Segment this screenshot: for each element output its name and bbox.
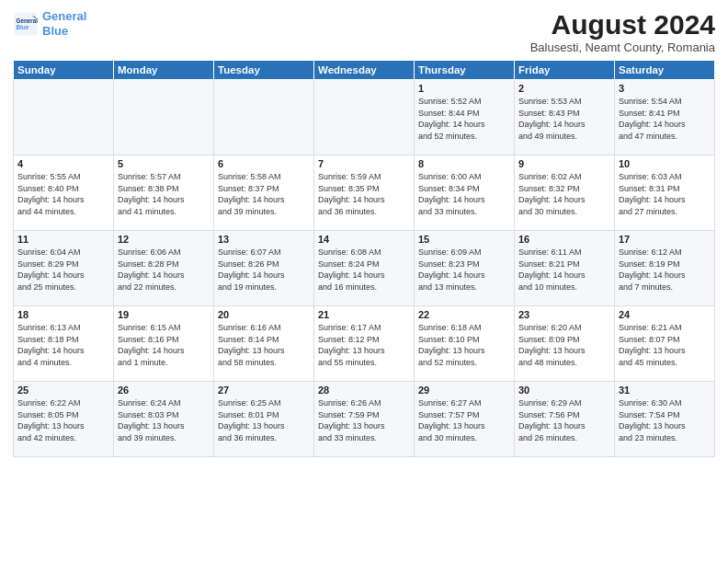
- day-info: Sunrise: 6:12 AM Sunset: 8:19 PM Dayligh…: [619, 247, 711, 293]
- day-number: 8: [418, 158, 510, 169]
- day-number: 3: [619, 83, 711, 94]
- day-number: 31: [619, 385, 711, 396]
- svg-text:Blue: Blue: [17, 23, 29, 29]
- day-info: Sunrise: 6:02 AM Sunset: 8:32 PM Dayligh…: [518, 171, 610, 217]
- svg-text:General: General: [17, 17, 39, 23]
- day-cell: [114, 80, 214, 155]
- day-info: Sunrise: 6:09 AM Sunset: 8:23 PM Dayligh…: [418, 247, 510, 293]
- day-info: Sunrise: 6:27 AM Sunset: 7:57 PM Dayligh…: [418, 397, 510, 443]
- week-row-5: 25Sunrise: 6:22 AM Sunset: 8:05 PM Dayli…: [14, 382, 715, 457]
- day-info: Sunrise: 5:53 AM Sunset: 8:43 PM Dayligh…: [518, 96, 610, 142]
- day-cell: 1Sunrise: 5:52 AM Sunset: 8:44 PM Daylig…: [415, 80, 515, 155]
- day-cell: 26Sunrise: 6:24 AM Sunset: 8:03 PM Dayli…: [114, 382, 214, 457]
- day-number: 28: [318, 385, 410, 396]
- day-info: Sunrise: 6:20 AM Sunset: 8:09 PM Dayligh…: [518, 322, 610, 368]
- day-info: Sunrise: 6:08 AM Sunset: 8:24 PM Dayligh…: [318, 247, 410, 293]
- day-number: 25: [17, 385, 109, 396]
- day-info: Sunrise: 5:58 AM Sunset: 8:37 PM Dayligh…: [218, 171, 310, 217]
- day-number: 7: [318, 158, 410, 169]
- day-number: 5: [118, 158, 210, 169]
- day-cell: 18Sunrise: 6:13 AM Sunset: 8:18 PM Dayli…: [14, 306, 114, 382]
- day-info: Sunrise: 6:07 AM Sunset: 8:26 PM Dayligh…: [218, 247, 310, 293]
- day-cell: 8Sunrise: 6:00 AM Sunset: 8:34 PM Daylig…: [415, 155, 515, 231]
- day-info: Sunrise: 6:13 AM Sunset: 8:18 PM Dayligh…: [17, 322, 109, 368]
- day-info: Sunrise: 6:21 AM Sunset: 8:07 PM Dayligh…: [619, 322, 711, 368]
- day-cell: 13Sunrise: 6:07 AM Sunset: 8:26 PM Dayli…: [214, 231, 314, 306]
- header-cell-monday: Monday: [114, 61, 214, 80]
- header-cell-saturday: Saturday: [615, 61, 715, 80]
- logo-icon: General Blue: [13, 11, 39, 37]
- day-number: 15: [418, 234, 510, 245]
- day-info: Sunrise: 6:06 AM Sunset: 8:28 PM Dayligh…: [118, 247, 210, 293]
- day-number: 2: [518, 83, 610, 94]
- day-info: Sunrise: 6:29 AM Sunset: 7:56 PM Dayligh…: [518, 397, 610, 443]
- day-number: 29: [418, 385, 510, 396]
- day-cell: 9Sunrise: 6:02 AM Sunset: 8:32 PM Daylig…: [515, 155, 615, 231]
- day-cell: 14Sunrise: 6:08 AM Sunset: 8:24 PM Dayli…: [314, 231, 415, 306]
- day-number: 30: [518, 385, 610, 396]
- day-info: Sunrise: 5:52 AM Sunset: 8:44 PM Dayligh…: [418, 96, 510, 142]
- day-cell: 19Sunrise: 6:15 AM Sunset: 8:16 PM Dayli…: [114, 306, 214, 382]
- day-info: Sunrise: 6:24 AM Sunset: 8:03 PM Dayligh…: [118, 397, 210, 443]
- day-number: 23: [518, 309, 610, 320]
- day-cell: 22Sunrise: 6:18 AM Sunset: 8:10 PM Dayli…: [415, 306, 515, 382]
- day-cell: 29Sunrise: 6:27 AM Sunset: 7:57 PM Dayli…: [415, 382, 515, 457]
- day-number: 9: [518, 158, 610, 169]
- day-number: 16: [518, 234, 610, 245]
- day-cell: 3Sunrise: 5:54 AM Sunset: 8:41 PM Daylig…: [615, 80, 715, 155]
- day-info: Sunrise: 6:15 AM Sunset: 8:16 PM Dayligh…: [118, 322, 210, 368]
- day-info: Sunrise: 6:17 AM Sunset: 8:12 PM Dayligh…: [318, 322, 410, 368]
- day-number: 11: [17, 234, 109, 245]
- day-info: Sunrise: 6:30 AM Sunset: 7:54 PM Dayligh…: [619, 397, 711, 443]
- day-cell: 31Sunrise: 6:30 AM Sunset: 7:54 PM Dayli…: [615, 382, 715, 457]
- day-info: Sunrise: 6:11 AM Sunset: 8:21 PM Dayligh…: [518, 247, 610, 293]
- day-info: Sunrise: 6:18 AM Sunset: 8:10 PM Dayligh…: [418, 322, 510, 368]
- week-row-4: 18Sunrise: 6:13 AM Sunset: 8:18 PM Dayli…: [14, 306, 715, 382]
- day-cell: [314, 80, 415, 155]
- day-cell: 5Sunrise: 5:57 AM Sunset: 8:38 PM Daylig…: [114, 155, 214, 231]
- day-number: 14: [318, 234, 410, 245]
- month-title: August 2024: [530, 9, 715, 40]
- day-cell: 20Sunrise: 6:16 AM Sunset: 8:14 PM Dayli…: [214, 306, 314, 382]
- day-info: Sunrise: 6:26 AM Sunset: 7:59 PM Dayligh…: [318, 397, 410, 443]
- logo: General Blue General Blue: [13, 9, 86, 38]
- day-number: 4: [17, 158, 109, 169]
- day-info: Sunrise: 5:55 AM Sunset: 8:40 PM Dayligh…: [17, 171, 109, 217]
- day-number: 12: [118, 234, 210, 245]
- day-number: 26: [118, 385, 210, 396]
- day-cell: 6Sunrise: 5:58 AM Sunset: 8:37 PM Daylig…: [214, 155, 314, 231]
- header-row: SundayMondayTuesdayWednesdayThursdayFrid…: [14, 61, 715, 80]
- day-info: Sunrise: 5:57 AM Sunset: 8:38 PM Dayligh…: [118, 171, 210, 217]
- day-number: 18: [17, 309, 109, 320]
- day-info: Sunrise: 6:22 AM Sunset: 8:05 PM Dayligh…: [17, 397, 109, 443]
- day-number: 13: [218, 234, 310, 245]
- day-info: Sunrise: 6:03 AM Sunset: 8:31 PM Dayligh…: [619, 171, 711, 217]
- day-info: Sunrise: 5:54 AM Sunset: 8:41 PM Dayligh…: [619, 96, 711, 142]
- calendar-table: SundayMondayTuesdayWednesdayThursdayFrid…: [13, 60, 715, 457]
- day-cell: 16Sunrise: 6:11 AM Sunset: 8:21 PM Dayli…: [515, 231, 615, 306]
- day-cell: 4Sunrise: 5:55 AM Sunset: 8:40 PM Daylig…: [14, 155, 114, 231]
- week-row-1: 1Sunrise: 5:52 AM Sunset: 8:44 PM Daylig…: [14, 80, 715, 155]
- day-number: 6: [218, 158, 310, 169]
- day-info: Sunrise: 6:16 AM Sunset: 8:14 PM Dayligh…: [218, 322, 310, 368]
- logo-text: General Blue: [42, 9, 86, 38]
- day-cell: 28Sunrise: 6:26 AM Sunset: 7:59 PM Dayli…: [314, 382, 415, 457]
- week-row-2: 4Sunrise: 5:55 AM Sunset: 8:40 PM Daylig…: [14, 155, 715, 231]
- header-cell-wednesday: Wednesday: [314, 61, 415, 80]
- day-number: 17: [619, 234, 711, 245]
- title-block: August 2024 Balusesti, Neamt County, Rom…: [530, 9, 715, 54]
- day-cell: 21Sunrise: 6:17 AM Sunset: 8:12 PM Dayli…: [314, 306, 415, 382]
- day-info: Sunrise: 6:04 AM Sunset: 8:29 PM Dayligh…: [17, 247, 109, 293]
- header-cell-thursday: Thursday: [415, 61, 515, 80]
- day-cell: 27Sunrise: 6:25 AM Sunset: 8:01 PM Dayli…: [214, 382, 314, 457]
- header-cell-friday: Friday: [515, 61, 615, 80]
- day-cell: 25Sunrise: 6:22 AM Sunset: 8:05 PM Dayli…: [14, 382, 114, 457]
- header-cell-sunday: Sunday: [14, 61, 114, 80]
- day-cell: 10Sunrise: 6:03 AM Sunset: 8:31 PM Dayli…: [615, 155, 715, 231]
- day-info: Sunrise: 6:25 AM Sunset: 8:01 PM Dayligh…: [218, 397, 310, 443]
- day-number: 10: [619, 158, 711, 169]
- header-cell-tuesday: Tuesday: [214, 61, 314, 80]
- day-info: Sunrise: 6:00 AM Sunset: 8:34 PM Dayligh…: [418, 171, 510, 217]
- day-cell: 15Sunrise: 6:09 AM Sunset: 8:23 PM Dayli…: [415, 231, 515, 306]
- day-number: 24: [619, 309, 711, 320]
